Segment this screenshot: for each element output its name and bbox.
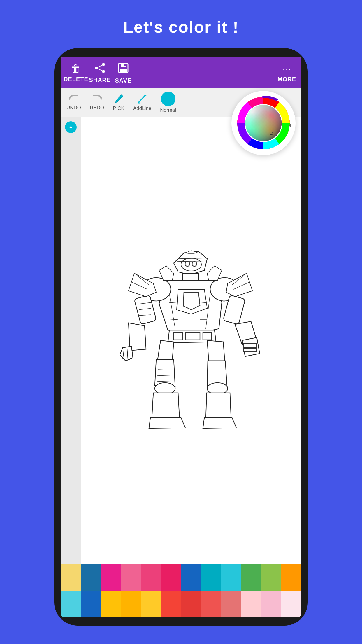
delete-label: DELETE bbox=[64, 76, 88, 83]
svg-line-4 bbox=[96, 68, 103, 71]
color-amber-3[interactable] bbox=[141, 591, 161, 617]
save-button[interactable]: SAVE bbox=[112, 62, 135, 84]
color-teal-1[interactable] bbox=[201, 564, 221, 591]
app-title: Let's color it ! bbox=[123, 18, 239, 36]
color-red-3[interactable] bbox=[201, 591, 221, 617]
color-yellow-light[interactable] bbox=[61, 564, 81, 591]
color-red-1[interactable] bbox=[161, 591, 181, 617]
color-blue-dark[interactable] bbox=[81, 564, 101, 591]
svg-line-3 bbox=[96, 64, 103, 68]
drawing-area[interactable] bbox=[61, 117, 301, 564]
color-indicator bbox=[161, 92, 175, 106]
color-pink-3[interactable] bbox=[141, 564, 161, 591]
svg-marker-20 bbox=[69, 126, 73, 128]
more-button[interactable]: ··· MORE bbox=[275, 64, 298, 83]
side-panel-toggle[interactable] bbox=[65, 121, 77, 133]
phone-inner: 🗑 DELETE SHARE bbox=[61, 57, 301, 617]
svg-rect-43 bbox=[174, 332, 182, 340]
more-icon: ··· bbox=[282, 64, 291, 74]
redo-label: REDO bbox=[90, 105, 104, 111]
color-pink-light-2[interactable] bbox=[261, 591, 281, 617]
save-label: SAVE bbox=[115, 77, 131, 84]
palette-row-1 bbox=[61, 564, 301, 591]
phone-frame: 🗑 DELETE SHARE bbox=[54, 48, 308, 626]
secondary-toolbar: UNDO REDO PICK bbox=[61, 88, 301, 117]
svg-point-17 bbox=[245, 105, 282, 141]
share-label: SHARE bbox=[89, 77, 111, 83]
svg-marker-73 bbox=[185, 251, 197, 253]
svg-point-23 bbox=[185, 262, 190, 266]
addline-button[interactable]: AddLine bbox=[133, 93, 151, 111]
color-hot-pink[interactable] bbox=[161, 564, 181, 591]
trash-icon: 🗑 bbox=[71, 64, 81, 74]
robot-image bbox=[108, 238, 266, 448]
color-cyan-light[interactable] bbox=[61, 591, 81, 617]
pick-label: PICK bbox=[113, 106, 124, 111]
svg-marker-57 bbox=[206, 393, 231, 419]
save-icon bbox=[117, 62, 129, 76]
svg-rect-44 bbox=[185, 332, 200, 340]
svg-rect-10 bbox=[138, 102, 140, 104]
color-teal-2[interactable] bbox=[221, 564, 241, 591]
side-panel bbox=[61, 117, 81, 564]
delete-button[interactable]: 🗑 DELETE bbox=[64, 64, 88, 83]
color-wheel-svg bbox=[234, 94, 293, 152]
svg-marker-49 bbox=[152, 393, 180, 419]
svg-rect-7 bbox=[120, 69, 127, 73]
color-pink-light-1[interactable] bbox=[241, 591, 261, 617]
color-wheel-popup[interactable] bbox=[231, 91, 296, 155]
svg-marker-58 bbox=[203, 418, 236, 428]
color-amber-1[interactable] bbox=[101, 591, 121, 617]
svg-rect-40 bbox=[244, 343, 257, 348]
svg-rect-8 bbox=[124, 64, 126, 66]
svg-marker-54 bbox=[207, 340, 225, 361]
svg-point-24 bbox=[192, 262, 197, 266]
undo-button[interactable]: UNDO bbox=[66, 94, 81, 111]
share-icon bbox=[94, 63, 106, 75]
palette-row-2 bbox=[61, 591, 301, 617]
svg-marker-59 bbox=[129, 273, 156, 297]
undo-label: UNDO bbox=[66, 105, 81, 111]
svg-marker-46 bbox=[158, 340, 174, 361]
svg-rect-45 bbox=[203, 332, 212, 340]
normal-label: Normal bbox=[160, 107, 176, 113]
redo-button[interactable]: REDO bbox=[90, 94, 104, 111]
color-palette bbox=[61, 564, 301, 617]
normal-button[interactable]: Normal bbox=[160, 92, 176, 113]
addline-label: AddLine bbox=[133, 106, 151, 111]
pick-button[interactable]: PICK bbox=[113, 93, 124, 111]
color-blue-mid[interactable] bbox=[81, 591, 101, 617]
color-navy[interactable] bbox=[181, 564, 201, 591]
color-pink-2[interactable] bbox=[121, 564, 141, 591]
svg-rect-41 bbox=[244, 349, 257, 351]
svg-marker-50 bbox=[149, 418, 185, 428]
color-pink-light-3[interactable] bbox=[281, 591, 301, 617]
color-lime[interactable] bbox=[261, 564, 281, 591]
color-amber-2[interactable] bbox=[121, 591, 141, 617]
svg-marker-60 bbox=[226, 273, 252, 297]
main-toolbar: 🗑 DELETE SHARE bbox=[61, 57, 301, 88]
share-button[interactable]: SHARE bbox=[88, 63, 112, 83]
color-pink-1[interactable] bbox=[101, 564, 121, 591]
color-orange[interactable] bbox=[281, 564, 301, 591]
color-red-2[interactable] bbox=[181, 591, 201, 617]
svg-point-22 bbox=[181, 258, 201, 271]
color-green[interactable] bbox=[241, 564, 261, 591]
more-label: MORE bbox=[277, 76, 296, 83]
color-red-4[interactable] bbox=[221, 591, 241, 617]
